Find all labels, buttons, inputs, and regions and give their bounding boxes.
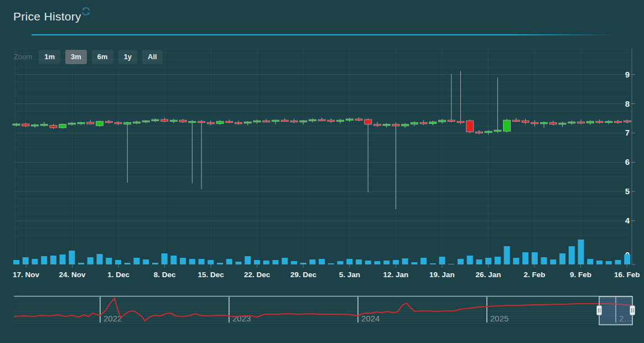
volume-bar (263, 261, 269, 264)
volume-bar (606, 261, 612, 264)
x-axis-label: 5. Jan (339, 271, 360, 279)
candle (179, 120, 186, 122)
price-axis-label: 9 (625, 70, 630, 79)
candle (290, 121, 298, 122)
volume-bar (106, 258, 112, 264)
candle (77, 122, 85, 123)
volume-bar (541, 257, 547, 264)
price-axis-label: 4 (625, 216, 630, 225)
candle (105, 121, 112, 122)
candle (494, 130, 501, 131)
navigator-selection[interactable] (599, 297, 632, 325)
price-chart-svg: 17. Nov24. Nov1. Dec8. Dec15. Dec22. Dec… (0, 0, 644, 343)
candle (142, 121, 149, 122)
candle (420, 122, 427, 123)
candle (448, 120, 455, 121)
candle (355, 119, 362, 120)
volume-bar (411, 262, 417, 264)
candle (272, 120, 279, 121)
volume-bar (78, 263, 84, 264)
volume-bar (272, 260, 278, 264)
candle (512, 120, 520, 121)
candle (365, 119, 372, 124)
candle (31, 125, 38, 126)
candle (485, 131, 492, 132)
candle (373, 124, 381, 126)
volume-bar (97, 254, 103, 264)
candle (522, 121, 529, 122)
candle (328, 120, 335, 121)
volume-bar (522, 252, 528, 264)
candle (411, 122, 418, 124)
x-axis-label: 24. Nov (59, 271, 86, 279)
volume-bar (152, 263, 158, 264)
candle (402, 124, 409, 126)
candle (559, 123, 566, 124)
volume-bar (467, 256, 473, 264)
candle (541, 122, 548, 123)
navigator-year-label: 2024 (361, 314, 380, 323)
x-axis-label: 2. Feb (524, 271, 546, 279)
candle (337, 120, 344, 121)
price-axis-label: 8 (625, 99, 630, 108)
volume-bar (199, 259, 205, 264)
candle (309, 119, 316, 121)
x-axis-label: 29. Dec (290, 271, 317, 279)
candle (59, 124, 66, 128)
volume-bar (41, 256, 47, 264)
navigator-year-label: 2025 (490, 314, 508, 323)
candle (605, 121, 612, 122)
volume-bar (578, 240, 584, 264)
navigator-handle-left[interactable] (597, 306, 602, 315)
candle (13, 124, 20, 125)
candle (568, 122, 575, 123)
volume-bar (170, 256, 176, 264)
volume-bar (162, 253, 168, 264)
volume-bar (254, 260, 260, 264)
volume-bar (291, 261, 297, 264)
x-axis-label: 8. Dec (154, 271, 176, 279)
volume-bar (189, 259, 195, 264)
price-axis-label: 5 (625, 186, 630, 196)
volume-bar (513, 258, 519, 264)
volume-bar (319, 259, 325, 264)
navigator-handle-right[interactable] (630, 306, 635, 315)
candle (466, 121, 474, 132)
candle (96, 121, 103, 126)
volume-bar (23, 257, 29, 264)
volume-bar (328, 263, 334, 264)
candle (161, 119, 168, 121)
x-axis-label: 22. Dec (244, 271, 271, 279)
candle (596, 121, 603, 122)
candle (170, 120, 177, 121)
volume-bar (504, 246, 510, 264)
candle (253, 121, 261, 122)
volume-bar (615, 260, 621, 264)
volume-bar (476, 259, 482, 264)
volume-bar (393, 260, 399, 264)
candle (476, 132, 483, 133)
candle (549, 122, 557, 124)
candle (281, 120, 288, 121)
volume-bar (133, 258, 139, 264)
volume-bar (282, 258, 288, 264)
candle (87, 122, 94, 124)
candle (586, 121, 594, 123)
volume-bar (495, 257, 501, 264)
candle (392, 124, 399, 126)
x-axis-label: 17. Nov (13, 271, 40, 279)
volume-bar (550, 259, 556, 264)
candle (457, 121, 464, 122)
x-axis-label: 19. Jan (429, 271, 455, 279)
candle (614, 121, 621, 122)
candle (300, 121, 307, 122)
candle (133, 122, 140, 123)
volume-bar (13, 260, 19, 264)
volume-bar (532, 252, 538, 264)
volume-bar (402, 258, 408, 264)
candle (263, 121, 270, 122)
candle (235, 122, 242, 123)
volume-bar (226, 259, 232, 264)
volume-bar (300, 263, 307, 264)
volume-bar (420, 258, 427, 264)
